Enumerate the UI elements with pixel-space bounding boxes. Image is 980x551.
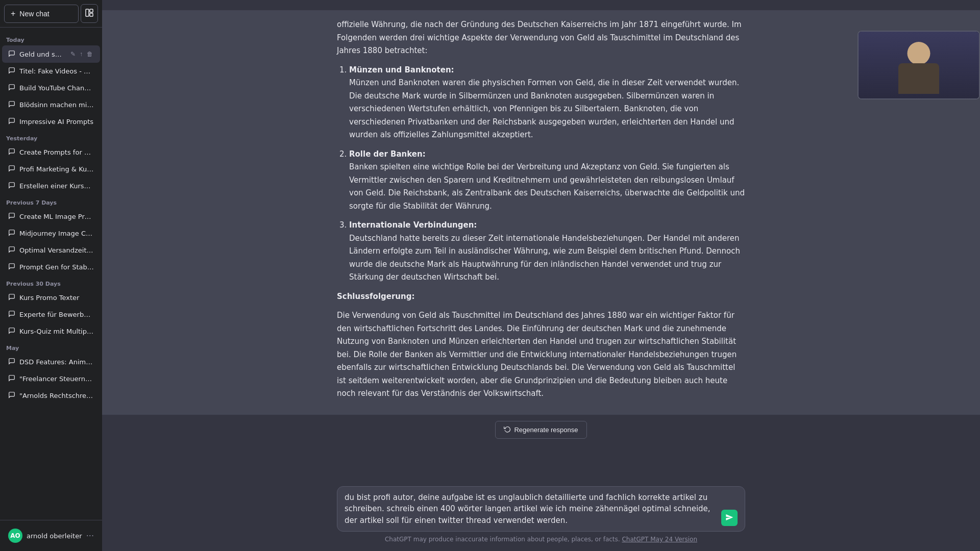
layout-toggle-button[interactable] — [81, 4, 98, 23]
send-button[interactable] — [721, 510, 738, 526]
section-today: Today — [0, 32, 102, 45]
sidebar-item-youtube[interactable]: Build YouTube Channel: 100k! — [2, 80, 100, 96]
share-button[interactable]: ↑ — [79, 49, 84, 59]
sidebar-item-kurs-promo-label: Kurs Promo Texter — [19, 294, 94, 302]
sidebar-item-stable[interactable]: Prompt Gen for Stable Diffusio… — [2, 259, 100, 276]
sidebar-item-kurs-quiz-label: Kurs-Quiz mit Multiple-Choic… — [19, 328, 94, 335]
chat-icon-1 — [8, 67, 15, 76]
sidebar-item-ml-image-label: Create ML Image Prompts — [19, 213, 94, 220]
intro-paragraph: offizielle Währung, die nach der Gründun… — [337, 18, 745, 58]
chat-icon-14 — [8, 327, 15, 336]
video-thumbnail — [857, 31, 980, 99]
sidebar-item-freelancer[interactable]: "Freelancer Steuern auf Plattf…" — [2, 370, 100, 387]
user-profile[interactable]: AO arnold oberleiter ··· — [4, 524, 98, 547]
message-row-assistant: offizielle Währung, die nach der Gründun… — [102, 10, 980, 415]
chat-icon-11 — [8, 263, 15, 271]
list-item-1-title: Münzen und Banknoten: — [349, 65, 454, 74]
chat-icon-8 — [8, 212, 15, 221]
sidebar-item-profi-label: Profi Marketing & Kurserstell… — [19, 165, 94, 173]
chat-icon-12 — [8, 293, 15, 302]
sidebar-item-kurs-label: Erstellen einer Kursbeschreib… — [19, 182, 94, 190]
plus-icon: + — [11, 9, 15, 18]
sidebar-item-experte[interactable]: Experte für Bewerbungen und… — [2, 306, 100, 323]
avatar-initials: AO — [10, 532, 20, 539]
main-content: offizielle Währung, die nach der Gründun… — [102, 0, 980, 551]
delete-button[interactable]: 🗑 — [86, 49, 94, 59]
sidebar-item-youtube-label: Build YouTube Channel: 100k! — [19, 84, 94, 92]
chat-icon-2 — [8, 84, 15, 92]
message-list: Münzen und Banknoten: Münzen und Banknot… — [349, 64, 745, 284]
sidebar-footer: AO arnold oberleiter ··· — [0, 520, 102, 551]
svg-rect-0 — [86, 9, 89, 16]
sidebar-item-midjourney-label: Create Prompts for Midjourne… — [19, 148, 94, 156]
chat-messages: offizielle Währung, die nach der Gründun… — [102, 0, 980, 480]
sidebar-item-arnolds-label: "Arnolds Rechtschreibhilfe" — [19, 392, 94, 399]
sidebar-item-stable-label: Prompt Gen for Stable Diffusio… — [19, 263, 94, 271]
sidebar-item-boedsinn[interactable]: Blödsinn machen mit Deepfak… — [2, 96, 100, 113]
sidebar-item-experte-label: Experte für Bewerbungen und… — [19, 311, 94, 318]
footer-link[interactable]: ChatGPT May 24 Version — [622, 536, 697, 543]
sidebar-item-midjourney2[interactable]: Midjourney Image Creation — [2, 225, 100, 242]
sidebar-item-midjourney2-label: Midjourney Image Creation — [19, 230, 94, 237]
sidebar-item-arnolds[interactable]: "Arnolds Rechtschreibhilfe" — [2, 387, 100, 404]
sidebar-item-versand-label: Optimal Versandzeitpunkt für… — [19, 246, 94, 254]
list-item-3-title: Internationale Verbindungen: — [349, 220, 477, 230]
section-prev7: Previous 7 Days — [0, 194, 102, 208]
svg-rect-1 — [90, 9, 93, 12]
list-item-3-text: Deutschland hatte bereits zu dieser Zeit… — [349, 234, 740, 282]
chat-icon-15 — [8, 358, 15, 366]
sidebar-item-fake-videos[interactable]: Titel: Fake Videos - Aufklärn… — [2, 63, 100, 80]
svg-rect-2 — [90, 13, 93, 16]
chat-icon-0 — [8, 50, 15, 59]
sidebar-item-versand[interactable]: Optimal Versandzeitpunkt für… — [2, 242, 100, 259]
conclusion-text: Die Verwendung von Geld als Tauschmittel… — [337, 309, 745, 400]
list-item-2-title: Rolle der Banken: — [349, 149, 426, 159]
sidebar-item-geld[interactable]: Geld und seine Funkt… ✎ ↑ 🗑 — [2, 45, 100, 63]
chat-icon-17 — [8, 391, 15, 400]
send-icon — [725, 513, 733, 523]
video-content — [859, 32, 979, 98]
list-item-1: Münzen und Banknoten: Münzen und Banknot… — [349, 64, 745, 142]
regenerate-label: Regenerate response — [514, 426, 578, 434]
avatar: AO — [8, 529, 22, 543]
list-item-2-text: Banken spielten eine wichtige Rolle bei … — [349, 162, 745, 211]
edit-button[interactable]: ✎ — [69, 49, 77, 59]
section-prev30: Previous 30 Days — [0, 276, 102, 289]
chat-icon-5 — [8, 148, 15, 157]
regenerate-icon — [504, 425, 511, 434]
sidebar-item-boedsinn-label: Blödsinn machen mit Deepfak… — [19, 101, 94, 109]
sidebar-item-freelancer-label: "Freelancer Steuern auf Plattf…" — [19, 375, 94, 383]
chat-icon-16 — [8, 374, 15, 383]
regenerate-button[interactable]: Regenerate response — [495, 421, 586, 439]
sidebar: + New chat Today Geld und seine Funkt… ✎ — [0, 0, 102, 551]
sidebar-item-profi[interactable]: Profi Marketing & Kurserstell… — [2, 161, 100, 178]
new-chat-button[interactable]: + New chat — [4, 5, 79, 23]
message-content-assistant: offizielle Währung, die nach der Gründun… — [337, 18, 745, 400]
chat-icon-9 — [8, 229, 15, 238]
sidebar-item-dsd[interactable]: DSD Features: Animation, Vid… — [2, 354, 100, 370]
chat-input[interactable]: du bist profi autor, deine aufgabe ist e… — [345, 492, 717, 527]
sidebar-item-ai-prompts-label: Impressive AI Prompts — [19, 118, 94, 126]
layout-icon — [85, 11, 93, 18]
sidebar-item-kurs[interactable]: Erstellen einer Kursbeschreib… — [2, 178, 100, 194]
sidebar-header: + New chat — [0, 0, 102, 28]
input-area: du bist profi autor, deine aufgabe ist e… — [102, 480, 980, 552]
sidebar-item-ai-prompts[interactable]: Impressive AI Prompts — [2, 113, 100, 130]
list-item-2: Rolle der Banken: Banken spielten eine w… — [349, 148, 745, 213]
user-name: arnold oberleiter — [27, 532, 82, 540]
new-chat-label: New chat — [19, 10, 49, 18]
footer-text: ChatGPT may produce inaccurate informati… — [385, 536, 620, 543]
sidebar-item-dsd-label: DSD Features: Animation, Vid… — [19, 358, 94, 366]
sidebar-item-midjourney[interactable]: Create Prompts for Midjourne… — [2, 144, 100, 161]
chat-icon-6 — [8, 165, 15, 173]
chat-icon-10 — [8, 246, 15, 255]
sidebar-item-kurs-promo[interactable]: Kurs Promo Texter — [2, 289, 100, 306]
section-yesterday: Yesterday — [0, 130, 102, 144]
sidebar-item-ml-image[interactable]: Create ML Image Prompts — [2, 208, 100, 225]
sidebar-item-kurs-quiz[interactable]: Kurs-Quiz mit Multiple-Choic… — [2, 323, 100, 340]
list-item-3: Internationale Verbindungen: Deutschland… — [349, 219, 745, 284]
chat-icon-4 — [8, 117, 15, 126]
sidebar-nav: Today Geld und seine Funkt… ✎ ↑ 🗑 Titel:… — [0, 28, 102, 520]
chat-icon-7 — [8, 182, 15, 190]
section-may: May — [0, 340, 102, 354]
